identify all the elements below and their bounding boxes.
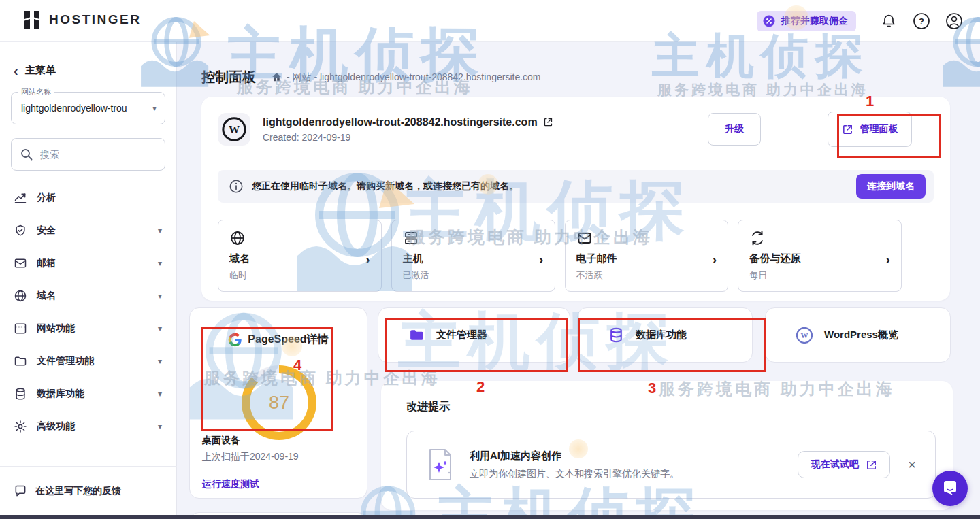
help-button[interactable]: ? (912, 12, 931, 31)
chat-widget-button[interactable] (932, 471, 968, 506)
tips-heading: 改进提示 (406, 400, 450, 414)
main-content: 控制面板 - 网站 - lightgoldenrodyellow-trout-2… (177, 42, 980, 515)
page-title: 控制面板 (201, 68, 256, 86)
gear-icon (14, 420, 27, 433)
connect-domain-button[interactable]: 连接到域名 (856, 174, 926, 199)
file-manager-card[interactable]: 文件管理器 (378, 307, 570, 363)
chevron-right-icon: › (365, 255, 370, 263)
sidebar-item-website[interactable]: 网站功能 ▾ (0, 312, 177, 345)
notifications-button[interactable] (879, 12, 898, 31)
breadcrumb-path: - 网站 - lightgoldenrodyellow-trout-208842… (287, 71, 541, 84)
wordpress-overview-card[interactable]: W WordPress概览 (765, 307, 951, 363)
quick-card-status: 已激活 (403, 269, 544, 282)
profile-icon (945, 12, 963, 30)
quick-card-status: 每日 (749, 269, 890, 282)
quick-card-hosting[interactable]: 主机› 已激活 (391, 220, 555, 292)
sidebar-menu: 分析 安全 ▾ 邮箱 ▾ 域名 ▾ 网站功能 (0, 182, 177, 443)
search-icon (20, 148, 33, 161)
sidebar-item-email[interactable]: 邮箱 ▾ (0, 247, 177, 280)
databases-title: 数据库功能 (636, 329, 687, 341)
pagespeed-title: PageSpeed详情 (248, 333, 328, 347)
ai-tip-subtitle: 立即为你创建图片、文本和搜索引擎优化关键字。 (470, 468, 784, 480)
breadcrumb: 控制面板 - 网站 - lightgoldenrodyellow-trout-2… (201, 68, 541, 86)
quick-cards: 域名› 临时 主机› 已激活 电子邮件› 不活跃 (218, 220, 902, 290)
ai-tip-title: 利用AI加速内容创作 (470, 450, 784, 463)
chevron-down-icon: ▾ (158, 226, 162, 235)
globe-icon (229, 230, 246, 246)
referral-badge-icon (762, 14, 776, 28)
shield-icon (14, 224, 27, 237)
quick-card-backups[interactable]: 备份与还原› 每日 (738, 220, 902, 292)
external-link-icon[interactable] (543, 117, 553, 127)
pagespeed-score: 87 (242, 365, 316, 440)
ai-sparkle-doc-icon (425, 447, 456, 482)
globe-icon (14, 289, 27, 303)
home-icon[interactable] (271, 71, 282, 83)
quick-card-title: 电子邮件 (576, 252, 617, 265)
chevron-down-icon: ▾ (158, 356, 162, 366)
hostinger-logo-icon (22, 10, 42, 30)
chevron-right-icon: › (885, 255, 890, 263)
try-now-button[interactable]: 现在试试吧 (798, 451, 890, 478)
bottom-bar (0, 515, 980, 519)
sidebar-item-analytics[interactable]: 分析 (0, 182, 177, 214)
external-link-icon (842, 124, 853, 135)
chevron-down-icon: ▾ (158, 389, 162, 399)
quick-card-title: 备份与还原 (749, 252, 800, 265)
sidebar-item-domains[interactable]: 域名 ▾ (0, 280, 177, 312)
bell-icon (881, 13, 897, 29)
chevron-right-icon: › (713, 255, 717, 263)
svg-text:W: W (229, 124, 240, 135)
run-speed-test-link[interactable]: 运行速度测试 (202, 478, 259, 490)
referral-button[interactable]: 推荐并赚取佣金 (757, 11, 856, 31)
wordpress-avatar: W (218, 113, 250, 146)
mail-icon (576, 230, 593, 246)
site-domain: lightgoldenrodyellow-trout-208842.hostin… (263, 116, 538, 129)
pagespeed-device: 桌面设备 (202, 435, 240, 447)
sidebar-item-label: 高级功能 (37, 420, 148, 433)
sidebar-item-advanced[interactable]: 高级功能 ▾ (0, 410, 177, 443)
databases-card[interactable]: 数据库功能 (577, 307, 753, 363)
feedback-button[interactable]: 在这里写下您的反馈 (14, 481, 121, 501)
chevron-left-icon: ‹ (14, 66, 18, 76)
folder-icon (14, 354, 27, 368)
wordpress-icon: W (796, 327, 813, 344)
admin-panel-button[interactable]: 管理面板 (828, 112, 912, 147)
chevron-down-icon: ▾ (158, 422, 162, 431)
pagespeed-last-scan: 上次扫描于2024-09-19 (202, 451, 299, 463)
chevron-down-icon: ▾ (158, 291, 162, 301)
pagespeed-card: PageSpeed详情 87 桌面设备 上次扫描于2024-09-19 运行速度… (189, 307, 368, 499)
sidebar-item-files[interactable]: 文件管理功能 ▾ (0, 345, 177, 378)
feedback-label: 在这里写下您的反馈 (35, 485, 121, 497)
temporary-domain-banner: 您正在使用临时子域名。请购买新域名，或连接您已有的域名。 连接到域名 (218, 170, 934, 203)
info-icon (229, 179, 244, 194)
analytics-icon (14, 191, 27, 205)
sidebar-item-security[interactable]: 安全 ▾ (0, 214, 177, 247)
mail-icon (14, 256, 27, 270)
quick-card-status: 不活跃 (576, 269, 717, 282)
sidebar-divider (0, 466, 177, 467)
upgrade-button[interactable]: 升级 (708, 113, 761, 146)
sidebar-search (11, 138, 165, 171)
hostinger-logo[interactable]: HOSTINGER (22, 10, 141, 30)
quick-card-email[interactable]: 电子邮件› 不活跃 (565, 220, 729, 292)
sidebar: ‹ 主菜单 网站名称 lightgoldenrodyellow-trou ▾ 分… (0, 42, 177, 515)
account-button[interactable] (945, 12, 964, 31)
svg-text:W: W (800, 331, 808, 339)
site-select-value: lightgoldenrodyellow-trou (21, 103, 144, 114)
quick-card-domain[interactable]: 域名› 临时 (218, 220, 382, 292)
sidebar-item-databases[interactable]: 数据库功能 ▾ (0, 378, 177, 410)
chat-bubble-icon (941, 479, 960, 498)
site-name-select[interactable]: 网站名称 lightgoldenrodyellow-trou ▾ (11, 92, 165, 124)
brand-name: HOSTINGER (49, 12, 141, 27)
sidebar-item-label: 分析 (37, 192, 162, 204)
referral-label: 推荐并赚取佣金 (781, 15, 848, 27)
browser-icon (14, 322, 27, 335)
close-icon[interactable]: × (904, 454, 920, 475)
back-to-main-menu[interactable]: ‹ 主菜单 (14, 64, 56, 77)
svg-text:?: ? (919, 16, 924, 27)
site-created-date: Created: 2024-09-19 (263, 132, 553, 143)
ai-tip-card: 利用AI加速内容创作 立即为你创建图片、文本和搜索引擎优化关键字。 现在试试吧 … (406, 431, 936, 499)
search-input[interactable] (40, 149, 149, 160)
sidebar-item-label: 网站功能 (37, 322, 148, 335)
